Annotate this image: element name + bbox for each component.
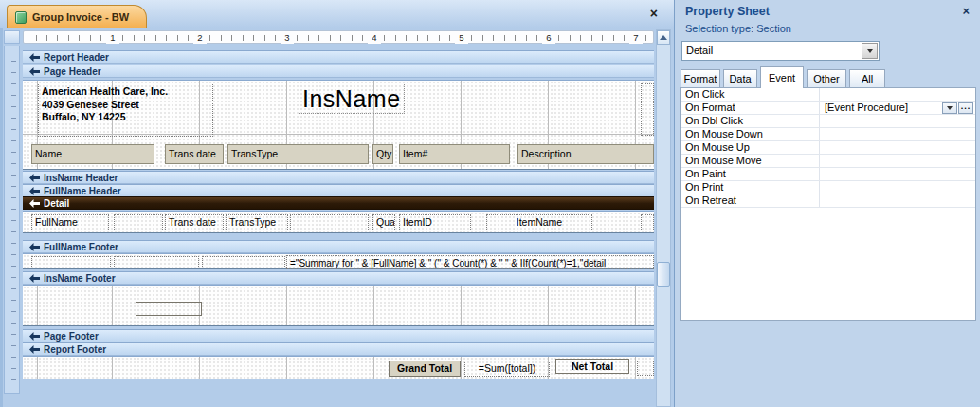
report-icon (15, 11, 27, 24)
vertical-scrollbar[interactable] (656, 29, 671, 407)
event-dropdown-button[interactable] (942, 102, 957, 114)
fullname-footer-canvas[interactable]: ="Summary for " & [FullName] & " (" & Co… (23, 253, 654, 269)
summary-expression-textbox[interactable]: ="Summary for " & [FullName] & " (" & Co… (286, 255, 654, 269)
empty-textbox[interactable] (114, 214, 163, 231)
column-header-trans-date[interactable]: Trans date (165, 144, 224, 164)
tab-event[interactable]: Event (760, 66, 804, 88)
grand-total-sum-textbox[interactable]: =Sum([total]) (464, 361, 550, 377)
close-document-icon[interactable]: × (650, 7, 658, 20)
combo-dropdown-button[interactable] (862, 43, 878, 59)
edge-textbox[interactable] (637, 361, 654, 376)
collapse-arrow-icon (29, 187, 40, 195)
empty-textbox[interactable] (114, 256, 199, 268)
collapse-arrow-icon (29, 274, 40, 283)
section-bar-fullname-header[interactable]: FullName Header (23, 184, 654, 197)
property-value-field[interactable] (821, 181, 941, 194)
tab-data[interactable]: Data (723, 69, 757, 88)
edge-textbox[interactable] (641, 214, 654, 231)
builder-button[interactable]: ... (958, 102, 973, 114)
property-value-field[interactable] (821, 194, 941, 207)
transtype-textbox[interactable]: TransType (226, 214, 288, 231)
grid-line (373, 357, 374, 379)
ruler-number: 7 (629, 31, 643, 44)
property-label: On Dbl Click (681, 115, 820, 127)
section-label: FullName Footer (44, 242, 118, 252)
property-value-field[interactable]: [Event Procedure] (821, 102, 941, 114)
empty-textbox[interactable] (31, 256, 111, 268)
property-value-field[interactable] (821, 168, 941, 180)
close-property-sheet-icon[interactable]: × (962, 4, 970, 18)
section-bar-fullname-footer[interactable]: FullName Footer (23, 240, 654, 253)
detail-canvas[interactable]: FullName Trans date TransType Qua ItemID… (23, 211, 654, 233)
section-label: Report Header (44, 52, 109, 63)
ruler-number: 1 (106, 31, 119, 44)
selection-type-value: Section (756, 23, 791, 34)
property-value-field[interactable] (821, 88, 941, 101)
itemname-textbox[interactable]: ItemName (486, 214, 592, 231)
column-header-qty[interactable]: Qty (372, 144, 393, 164)
grand-total-label[interactable]: Grand Total (389, 361, 461, 377)
empty-textbox[interactable] (290, 214, 369, 231)
fullname-textbox[interactable]: FullName (31, 214, 109, 231)
property-row-on-paint: On Paint (681, 168, 975, 181)
property-value-field[interactable] (821, 141, 941, 154)
document-tab-bar: Group Invoice - BW × (0, 0, 674, 28)
collapse-arrow-icon (29, 332, 40, 341)
vertical-ruler[interactable] (4, 46, 20, 394)
property-value-field[interactable] (821, 128, 941, 140)
trans-date-textbox[interactable]: Trans date (165, 214, 224, 231)
property-value-field[interactable] (821, 155, 941, 167)
property-row-on-click: On Click (681, 88, 975, 102)
tab-group-invoice-bw[interactable]: Group Invoice - BW (7, 5, 147, 28)
section-bar-detail[interactable]: Detail (23, 196, 654, 210)
property-row-on-print: On Print (681, 181, 975, 194)
property-value-field[interactable] (821, 115, 941, 127)
horizontal-ruler[interactable]: 1 2 3 4 5 6 7 (23, 30, 654, 44)
edge-textbox[interactable] (641, 83, 654, 136)
property-label: On Mouse Move (681, 155, 820, 167)
column-header-transtype[interactable]: TransType (227, 144, 369, 164)
property-label: On Mouse Up (681, 141, 820, 154)
property-row-on-mouse-move: On Mouse Move (681, 155, 975, 168)
section-bar-insname-header[interactable]: InsName Header (23, 171, 654, 184)
ruler-corner (4, 30, 20, 44)
grid-line (635, 286, 636, 325)
qua-textbox[interactable]: Qua (372, 214, 395, 231)
property-row-on-mouse-down: On Mouse Down (681, 128, 975, 141)
selected-object: Detail (686, 45, 713, 56)
section-bar-page-header[interactable]: Page Header (23, 65, 654, 78)
section-bar-insname-footer[interactable]: InsName Footer (23, 271, 654, 285)
itemid-textbox[interactable]: ItemID (399, 214, 471, 231)
column-header-description[interactable]: Description (517, 144, 654, 164)
collapse-arrow-icon (29, 243, 40, 251)
section-label: InsName Footer (44, 273, 116, 284)
empty-textbox[interactable] (136, 302, 202, 316)
collapse-arrow-icon (29, 345, 40, 354)
scroll-up-button[interactable] (657, 30, 670, 45)
property-sheet-panel: Property Sheet × Selection type: Section… (674, 0, 980, 407)
tab-all[interactable]: All (849, 69, 885, 88)
tab-other[interactable]: Other (807, 69, 846, 88)
section-label: Detail (44, 198, 69, 209)
section-bar-report-header[interactable]: Report Header (23, 50, 654, 64)
object-selector-combobox[interactable]: Detail (681, 41, 880, 61)
tab-format[interactable]: Format (681, 69, 720, 88)
grid-line (635, 357, 636, 379)
property-sheet-title: Property Sheet (685, 5, 770, 18)
empty-textbox[interactable] (202, 256, 285, 268)
section-bar-report-footer[interactable]: Report Footer (23, 342, 654, 356)
column-header-name[interactable]: Name (31, 144, 154, 164)
insname-title-textbox[interactable]: InsName (299, 83, 405, 114)
net-total-label[interactable]: Net Total (555, 359, 629, 374)
scrollbar-thumb[interactable] (657, 262, 670, 287)
section-bar-page-footer[interactable]: Page Footer (23, 329, 654, 342)
insname-footer-canvas[interactable] (23, 285, 654, 326)
company-address-label[interactable]: American Health Care, Inc. 4039 Genesee … (38, 83, 213, 137)
collapse-arrow-icon (29, 199, 40, 208)
page-header-canvas[interactable]: American Health Care, Inc. 4039 Genesee … (23, 80, 654, 170)
property-label: On Format (681, 102, 820, 114)
property-row-on-retreat: On Retreat (681, 194, 975, 208)
dropdown-arrow-icon (867, 49, 873, 53)
column-header-item[interactable]: Item# (399, 144, 510, 164)
report-footer-canvas[interactable]: Grand Total =Sum([total]) Net Total (23, 356, 654, 379)
